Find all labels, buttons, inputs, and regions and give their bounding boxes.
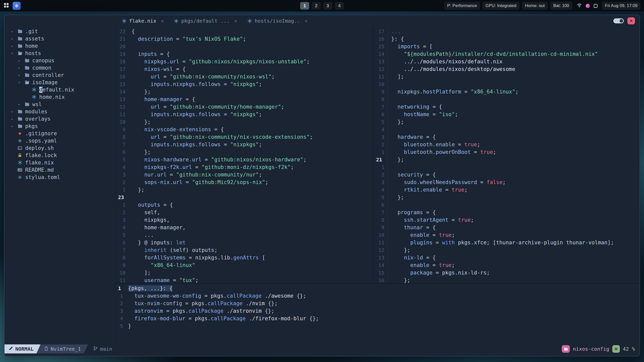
code-line[interactable]: bluetooth.powerOnBoot = true; — [389, 148, 496, 156]
code-line[interactable]: ... — [130, 231, 154, 239]
code-line[interactable]: }; — [130, 118, 151, 126]
code-line[interactable] — [130, 43, 132, 50]
code-line[interactable]: nixpkgs.hostPlatform = "x86_64-linux"; — [389, 88, 518, 96]
code-line[interactable]: inputs.nixpkgs.follows = "nixpkgs"; — [130, 80, 262, 88]
code-line[interactable] — [389, 96, 391, 103]
code-line[interactable]: hardware = { — [389, 133, 436, 141]
tree-item-flake.nix[interactable]: flake.nix — [11, 159, 115, 166]
code-line[interactable]: thunar = { — [389, 224, 436, 231]
tree-item-stylua.toml[interactable]: stylua.toml — [11, 173, 115, 181]
code-line[interactable]: }; — [389, 156, 404, 163]
code-line[interactable]: home-manager, — [130, 224, 186, 231]
code-line[interactable]: }; — [389, 194, 404, 201]
chevron-right-icon[interactable]: ▸ — [18, 73, 25, 77]
code-line[interactable]: inputs = { — [130, 50, 170, 58]
chevron-right-icon[interactable]: ▸ — [18, 58, 25, 63]
tree-item-home[interactable]: ▸home — [11, 42, 115, 50]
tab-close-icon[interactable]: × — [305, 18, 308, 24]
code-line[interactable]: sops-nix.url = "github:Mic92/sops-nix"; — [130, 178, 268, 186]
chevron-right-icon[interactable]: ▸ — [11, 117, 18, 121]
code-line[interactable]: { — [130, 28, 135, 35]
code-line[interactable]: }; — [389, 118, 404, 126]
code-line[interactable]: ... — [389, 28, 401, 35]
code-line[interactable]: description = "tux's NixOS Flake"; — [130, 35, 246, 43]
code-line[interactable]: ]; — [389, 73, 404, 80]
tree-item-isoImage[interactable]: ▾isoImage — [11, 79, 115, 86]
code-line[interactable]: nix-vscode-extensions = { — [130, 126, 224, 133]
code-line[interactable] — [389, 80, 391, 88]
tree-item-modules[interactable]: ▸modules — [11, 108, 115, 115]
code-line[interactable]: }; — [130, 88, 151, 96]
code-line[interactable]: inputs.nixpkgs.follows = "nixpkgs"; — [130, 111, 262, 118]
code-line[interactable]: programs = { — [389, 209, 436, 216]
buffer-tab-hosts/isoImag..[interactable]: hosts/isoImag..× — [242, 15, 313, 27]
code-line[interactable]: url = "github:nix-community/nix-vscode-e… — [130, 133, 313, 141]
tree-item-canopus[interactable]: ▸canopus — [11, 57, 115, 64]
code-line[interactable]: } — [126, 322, 131, 330]
code-line[interactable]: }: { — [389, 35, 404, 43]
tree-item-hosts[interactable]: ▾hosts — [11, 50, 115, 57]
workspace-3[interactable]: 3 — [323, 2, 332, 10]
tree-item-overlays[interactable]: ▸overlays — [11, 115, 115, 122]
chevron-right-icon[interactable]: ▸ — [11, 29, 18, 34]
code-line[interactable]: ssh.startAgent = true; — [389, 216, 474, 224]
code-line[interactable] — [389, 126, 391, 133]
code-line[interactable]: url = "github:nix-community/home-manager… — [130, 103, 284, 111]
tree-item-common[interactable]: ▸common — [11, 64, 115, 71]
tree-item-wsl[interactable]: ▸wsl — [11, 101, 115, 108]
tree-item-assets[interactable]: ▸assets — [11, 35, 115, 42]
tree-item-.git[interactable]: ▸.git — [11, 28, 115, 35]
window-close-button[interactable]: × — [627, 17, 635, 24]
code-line[interactable]: security = { — [389, 171, 436, 178]
tab-close-icon[interactable]: × — [161, 18, 164, 24]
code-line[interactable]: self, — [130, 209, 160, 216]
record-dot-icon[interactable] — [586, 4, 590, 8]
code-line[interactable]: ../../modules/nixos/default.nix — [389, 58, 503, 65]
workspace-2[interactable]: 2 — [312, 2, 321, 10]
code-line[interactable]: forAllSystems = nixpkgs.lib.genAttrs [ — [130, 254, 265, 261]
buffer-tab-flake.nix[interactable]: flake.nix× — [117, 15, 169, 27]
code-line[interactable]: ../../modules/nixos/desktop/awesome — [389, 65, 515, 73]
code-line[interactable]: package = pkgs.nix-ld-rs; — [389, 269, 490, 277]
code-line[interactable]: } @ inputs: let — [130, 239, 186, 246]
buffer-tab-pkgs/default ...[interactable]: pkgs/default ...× — [169, 15, 242, 27]
code-line[interactable]: {pkgs, ...}: { — [126, 285, 173, 292]
workspace-4[interactable]: 4 — [335, 2, 344, 10]
code-line[interactable]: inputs.nixpkgs.follows = "nixpkgs"; — [130, 141, 262, 148]
code-line[interactable]: }; — [130, 148, 151, 156]
code-line[interactable]: networking = { — [389, 103, 442, 111]
tree-item-README.md[interactable]: README.md — [11, 166, 115, 173]
toggle-pill-icon[interactable] — [613, 18, 624, 23]
code-line[interactable]: url = "github:nix-community/nixos-wsl"; — [130, 73, 275, 80]
code-line[interactable]: nur.url = "github:nix-community/nur"; — [130, 171, 262, 178]
code-line[interactable]: hostName = "iso"; — [389, 111, 458, 118]
code-line[interactable]: nixpkgs, — [130, 216, 170, 224]
code-line[interactable]: home-manager = { — [130, 96, 195, 103]
code-line[interactable]: "x86_64-linux" — [130, 261, 195, 269]
chevron-right-icon[interactable]: ▸ — [11, 124, 18, 128]
code-line[interactable]: rtkit.enable = true; — [389, 186, 467, 194]
tree-item-home.nix[interactable]: home.nix — [11, 93, 115, 101]
code-line[interactable]: sudo.wheelNeedsPassword = false; — [389, 178, 506, 186]
app-launcher-icon[interactable] — [4, 3, 9, 9]
code-line[interactable]: nixos-hardware.url = "github:nixos/nixos… — [130, 156, 306, 163]
tree-item-flake.lock[interactable]: flake.lock — [11, 152, 115, 159]
code-line[interactable]: plugins = with pkgs.xfce; [thunar-archiv… — [389, 239, 614, 246]
code-line[interactable]: nixpkgs-f2k.url = "github:moni-dz/nixpkg… — [130, 163, 294, 171]
code-line[interactable]: nix-ld = { — [389, 254, 436, 261]
code-line[interactable]: }; — [389, 246, 410, 254]
workspace-1[interactable]: 1 — [300, 2, 309, 10]
chevron-down-icon[interactable]: ▾ — [11, 51, 18, 56]
code-line[interactable]: }; — [130, 186, 144, 194]
chevron-right-icon[interactable]: ▸ — [11, 44, 18, 48]
tree-item-pkgs[interactable]: ▸pkgs — [11, 122, 115, 130]
code-line[interactable] — [130, 194, 132, 201]
code-line[interactable]: "${modulesPath}/installer/cd-dvd/install… — [389, 50, 598, 58]
tab-close-icon[interactable]: × — [234, 18, 237, 24]
code-line[interactable] — [389, 201, 391, 209]
code-line[interactable]: bluetooth.enable = true; — [389, 141, 480, 148]
code-line[interactable]: imports = [ — [389, 43, 432, 50]
code-line[interactable]: nixpkgs.url = "github:nixos/nixpkgs/nixo… — [130, 58, 310, 65]
code-line[interactable]: firefox-mod-blur = pkgs.callPackage ./fi… — [126, 315, 319, 322]
wifi-icon[interactable] — [577, 3, 582, 9]
